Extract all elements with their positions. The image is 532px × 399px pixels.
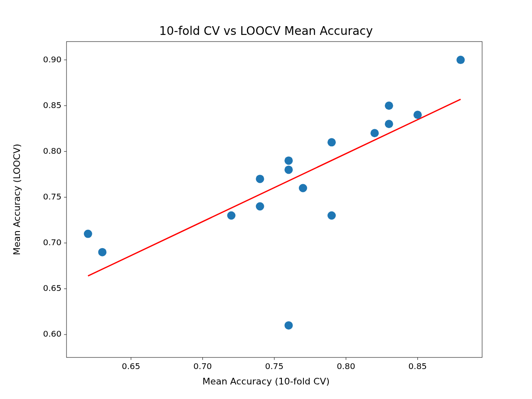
y-tick-label: 0.65	[43, 283, 62, 293]
x-tick-label: 0.75	[265, 361, 284, 371]
x-tick-label: 0.85	[409, 361, 427, 371]
x-axis-label: Mean Accuracy (10-fold CV)	[0, 376, 532, 387]
x-tick-label: 0.70	[193, 361, 212, 371]
y-tick-label: 0.90	[43, 54, 62, 64]
axes-frame	[66, 42, 482, 357]
data-point	[284, 156, 293, 165]
data-point	[284, 165, 293, 174]
y-tick-label: 0.70	[43, 237, 62, 247]
y-axis-label: Mean Accuracy (LOOCV)	[12, 144, 22, 255]
data-point	[456, 56, 465, 64]
y-tick-label: 0.60	[43, 329, 62, 339]
trend-line	[88, 99, 461, 276]
data-point	[385, 101, 393, 110]
data-point	[385, 120, 393, 128]
data-point	[370, 129, 379, 137]
data-point	[299, 184, 307, 192]
data-point	[84, 230, 92, 238]
data-point	[256, 202, 264, 211]
chart-container: 10-fold CV vs LOOCV Mean Accuracy 0.650.…	[0, 0, 532, 399]
x-tick-label: 0.80	[337, 361, 355, 371]
data-point	[328, 138, 336, 146]
y-tick-label: 0.85	[43, 100, 62, 110]
data-point	[256, 175, 264, 183]
y-tick-label: 0.75	[43, 192, 62, 202]
plot-area: 0.650.700.750.800.850.600.650.700.750.80…	[0, 0, 532, 399]
data-point	[328, 212, 336, 220]
data-point	[227, 212, 236, 220]
data-point	[284, 321, 293, 330]
chart-title: 10-fold CV vs LOOCV Mean Accuracy	[0, 24, 532, 38]
data-point	[98, 248, 106, 256]
y-tick-label: 0.80	[43, 146, 62, 156]
x-tick-label: 0.65	[122, 361, 140, 371]
data-point	[414, 111, 422, 119]
